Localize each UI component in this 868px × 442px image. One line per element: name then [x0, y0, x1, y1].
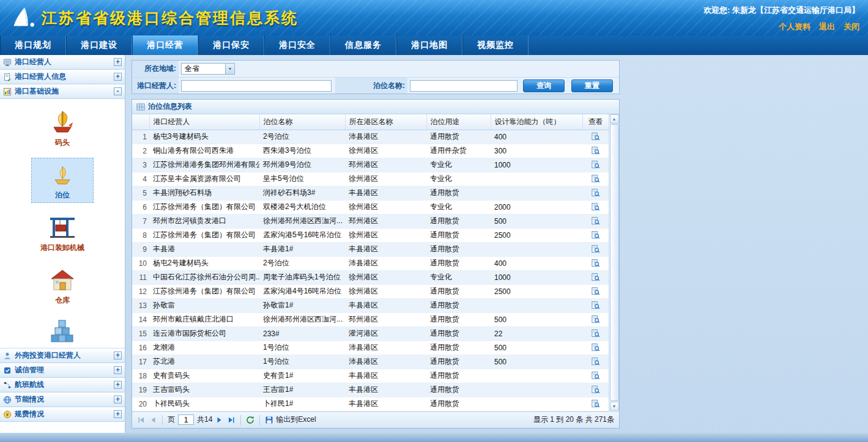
collapse-icon[interactable]: - [114, 87, 122, 95]
table-row[interactable]: 19王吉雷码头王吉雷1#丰县港区通用散货 [132, 383, 609, 397]
view-magnifier-icon[interactable] [591, 188, 600, 197]
table-row[interactable]: 18史有贵码头史有贵1#丰县港区通用散货 [132, 369, 609, 383]
export-excel-button[interactable]: 输出到Excel [265, 414, 316, 425]
view-cell [582, 383, 609, 397]
table-row[interactable]: 10杨屯2号建材码头2号泊位沛县港区通用散货400 [132, 256, 609, 270]
expand-icon[interactable]: + [114, 352, 122, 359]
tab-video-monitor[interactable]: 视频监控 [462, 35, 529, 55]
prev-page-icon[interactable] [149, 416, 157, 424]
operator-cell: 史有贵码头 [149, 369, 259, 383]
sidebar-item-port-operator-info[interactable]: 港口经营人信息+ [0, 70, 125, 84]
column-header[interactable]: 泊位名称 [259, 114, 345, 130]
expand-icon[interactable]: + [114, 410, 122, 418]
table-row[interactable]: 4江苏呈丰金属资源有限公司呈丰5号泊位徐州港区专业化 [132, 172, 609, 186]
facility-item-wharf[interactable]: 码头 [31, 105, 94, 150]
column-header[interactable]: 所在港区名称 [345, 114, 426, 130]
table-row[interactable]: 15连云港市国际货柜公司233#灌河港区通用散货22 [132, 326, 609, 341]
view-magnifier-icon[interactable] [591, 329, 600, 338]
table-row[interactable]: 11中国石化江苏徐州石油分公司周...周老子油库码头1号泊位徐州港区专业化100… [132, 270, 609, 284]
view-magnifier-icon[interactable] [591, 216, 600, 226]
facility-item-warehouse[interactable]: 仓库 [31, 263, 94, 308]
tab-information-service[interactable]: 信息服务 [330, 35, 396, 55]
table-row[interactable]: 16龙潮港1号泊位沛县港区通用散货500 [132, 341, 609, 355]
expand-icon[interactable]: + [114, 381, 122, 389]
tab-port-operation[interactable]: 港口经营 [132, 35, 198, 55]
last-page-icon[interactable] [227, 416, 236, 424]
view-magnifier-icon[interactable] [591, 146, 600, 155]
sidebar-item-port-operators[interactable]: 港口经营人+ [0, 55, 125, 70]
table-row[interactable]: 9丰县港丰县港1#丰县港区通用散货 [132, 242, 609, 256]
scroll-down-icon[interactable]: ▼ [610, 402, 619, 411]
view-magnifier-icon[interactable] [591, 132, 600, 141]
table-row[interactable]: 12江苏徐州港务（集团）有限公司孟家沟港4号16吨吊泊位徐州港区通用散货2500 [132, 284, 609, 298]
view-magnifier-icon[interactable] [591, 399, 600, 408]
view-magnifier-icon[interactable] [591, 259, 600, 268]
view-magnifier-icon[interactable] [591, 301, 600, 310]
operator-input[interactable] [181, 80, 332, 92]
table-row[interactable]: 13孙敬雷孙敬雷1#丰县港区通用散货 [132, 298, 609, 312]
table-row[interactable]: 3江苏徐州港港务集团邳州港有限公司邳州港9号泊位邳州港区专业化1000 [132, 158, 609, 172]
column-header[interactable] [132, 114, 149, 130]
view-magnifier-icon[interactable] [591, 343, 600, 352]
expand-icon[interactable]: + [114, 366, 122, 374]
table-row[interactable]: 17苏北港1号泊位沛县港区通用散货500 [132, 355, 609, 369]
sidebar-item-fees[interactable]: ¥规费情况+ [0, 407, 125, 422]
row-number-cell: 14 [132, 312, 149, 326]
table-row[interactable]: 20卜祥民码头卜祥民1#丰县港区通用散货 [132, 397, 609, 411]
next-page-icon[interactable] [215, 416, 224, 424]
table-row[interactable]: 6江苏徐州港务（集团）有限公司双楼港2号大机泊位徐州港区专业化2000 [132, 200, 609, 214]
facility-item-loading-machinery[interactable]: 港口装卸机械 [31, 210, 94, 256]
view-magnifier-icon[interactable] [591, 160, 600, 169]
view-magnifier-icon[interactable] [591, 245, 600, 254]
column-header[interactable]: 查看 [582, 114, 609, 130]
usage-cell: 通用散货 [426, 326, 491, 341]
sidebar-item-foreign-invested-operators[interactable]: 外商投资港口经营人+ [0, 348, 125, 363]
vertical-scrollbar[interactable]: ▲ ▼ [609, 114, 619, 411]
expand-icon[interactable]: + [114, 396, 122, 403]
tab-port-map[interactable]: 港口地图 [396, 35, 462, 55]
view-magnifier-icon[interactable] [591, 230, 600, 240]
reset-button[interactable]: 重置 [571, 79, 613, 92]
expand-icon[interactable]: + [114, 58, 122, 66]
view-magnifier-icon[interactable] [591, 357, 600, 366]
logout-link[interactable]: 退出 [819, 22, 835, 31]
view-magnifier-icon[interactable] [591, 371, 600, 380]
refresh-icon[interactable] [246, 416, 254, 424]
tab-port-security[interactable]: 港口保安 [198, 35, 264, 55]
view-magnifier-icon[interactable] [591, 273, 600, 282]
view-magnifier-icon[interactable] [591, 174, 600, 183]
table-row[interactable]: 1杨屯3号建材码头2号泊位沛县港区通用散货400 [132, 130, 609, 144]
berth-name-input[interactable] [410, 80, 517, 92]
capacity-cell: 2500 [491, 228, 582, 242]
tab-port-planning[interactable]: 港口规划 [0, 35, 66, 55]
column-header[interactable]: 港口经营人 [149, 114, 259, 130]
column-header[interactable]: 泊位用途 [426, 114, 491, 130]
view-magnifier-icon[interactable] [591, 385, 600, 394]
facility-item-berth[interactable]: 泊位 [31, 158, 94, 203]
sidebar-item-energy-saving[interactable]: 节能情况+ [0, 392, 125, 407]
view-magnifier-icon[interactable] [591, 315, 600, 324]
table-row[interactable]: 2铜山港务有限公司西朱港西朱港3号泊位徐州港区通用件杂货300 [132, 144, 609, 158]
close-link[interactable]: 关闭 [844, 22, 859, 31]
view-magnifier-icon[interactable] [591, 287, 600, 296]
view-magnifier-icon[interactable] [591, 202, 600, 212]
expand-icon[interactable]: + [114, 73, 122, 81]
region-select[interactable]: 全省 ▼ [181, 63, 235, 75]
table-row[interactable]: 7邳州市岔河镇贵发港口徐州港邳州港区西泇河...邳州港区通用散货500 [132, 214, 609, 228]
tab-port-safety[interactable]: 港口安全 [264, 35, 330, 55]
sidebar-item-flight-routes[interactable]: 航班航线+ [0, 378, 125, 392]
profile-link[interactable]: 个人资料 [779, 22, 811, 31]
first-page-icon[interactable] [137, 416, 146, 424]
scroll-up-icon[interactable]: ▲ [610, 114, 619, 123]
page-number-input[interactable] [178, 414, 194, 425]
sidebar-item-credit-management[interactable]: 诚信管理+ [0, 363, 125, 378]
scrollbar-thumb[interactable] [610, 124, 619, 401]
table-row[interactable]: 5丰县润翔砂石料场润祥砂石料场3#丰县港区通用散货 [132, 186, 609, 200]
tab-port-construction[interactable]: 港口建设 [66, 35, 132, 55]
chevron-down-icon[interactable]: ▼ [225, 64, 234, 74]
column-header[interactable]: 设计靠泊能力（吨） [491, 114, 582, 130]
search-button[interactable]: 查询 [523, 79, 565, 92]
table-row[interactable]: 14邳州市戴庄镇戴庄北港口徐州港邳州港区西泇河...邳州港区通用散货500 [132, 312, 609, 326]
sidebar-item-port-infrastructure[interactable]: 港口基础设施- [0, 84, 125, 99]
table-row[interactable]: 8江苏徐州港务（集团）有限公司孟家沟港5号16吨吊泊位徐州港区通用散货2500 [132, 228, 609, 242]
